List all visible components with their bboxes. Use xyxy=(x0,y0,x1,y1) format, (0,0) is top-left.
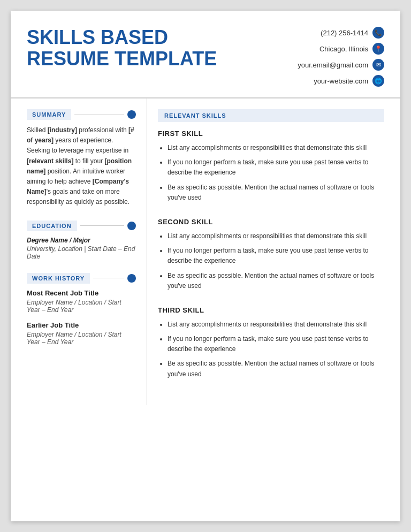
skill-0-bullet-0: List any accomplishments or responsibili… xyxy=(168,143,384,153)
summary-label: SUMMARY xyxy=(27,109,71,120)
skill-name-1: SECOND SKILL xyxy=(158,218,384,226)
skill-2-bullet-0: List any accomplishments or responsibili… xyxy=(168,320,384,330)
skill-group-0: FIRST SKILLList any accomplishments or r… xyxy=(158,130,384,203)
work-history-line xyxy=(93,278,124,278)
body: SUMMARY Skilled [industry] professional … xyxy=(11,98,400,405)
job-1-title: Most Recent Job Title xyxy=(27,289,136,297)
summary-text: Skilled [industry] professional with [# … xyxy=(27,125,136,208)
work-history-section: WORK HISTORY Most Recent Job Title Emplo… xyxy=(27,273,136,346)
skills-container: FIRST SKILLList any accomplishments or r… xyxy=(158,130,384,379)
summary-header: SUMMARY xyxy=(27,109,136,120)
skill-2-bullet-1: If you no longer perform a task, make su… xyxy=(168,334,384,354)
left-column: SUMMARY Skilled [industry] professional … xyxy=(11,98,147,405)
education-label: EDUCATION xyxy=(27,221,77,231)
work-history-header: WORK HISTORY xyxy=(27,273,136,284)
summary-section: SUMMARY Skilled [industry] professional … xyxy=(27,109,136,208)
skill-0-bullet-2: Be as specific as possible. Mention the … xyxy=(168,183,384,203)
skill-list-0: List any accomplishments or responsibili… xyxy=(158,143,384,203)
skill-1-bullet-2: Be as specific as possible. Mention the … xyxy=(168,271,384,291)
right-column: RELEVANT SKILLS FIRST SKILLList any acco… xyxy=(147,98,400,405)
header: SKILLS BASED RESUME TEMPLATE (212) 256-1… xyxy=(11,11,400,98)
job-2: Earlier Job Title Employer Name / Locati… xyxy=(27,321,136,346)
skill-group-1: SECOND SKILLList any accomplishments or … xyxy=(158,218,384,291)
work-history-dot xyxy=(127,274,136,283)
header-title: SKILLS BASED RESUME TEMPLATE xyxy=(27,27,217,69)
contact-location: Chicago, Illinois 📍 xyxy=(319,43,384,55)
edu-degree: Degree Name / Major xyxy=(27,237,136,244)
contact-email: your.email@gmail.com ✉ xyxy=(298,59,384,71)
relevant-skills-header: RELEVANT SKILLS xyxy=(158,109,384,122)
education-line xyxy=(80,225,124,226)
education-dot xyxy=(127,222,136,230)
resume-page: SKILLS BASED RESUME TEMPLATE (212) 256-1… xyxy=(11,11,400,521)
skill-2-bullet-2: Be as specific as possible. Mention the … xyxy=(168,359,384,379)
header-contact: (212) 256-1414 📞 Chicago, Illinois 📍 you… xyxy=(277,27,384,87)
edu-details: University, Location | Start Date – End … xyxy=(27,245,136,260)
job-2-details: Employer Name / Location / Start Year – … xyxy=(27,331,136,346)
email-text: your.email@gmail.com xyxy=(298,61,368,69)
location-text: Chicago, Illinois xyxy=(319,45,368,53)
skill-1-bullet-0: List any accomplishments or responsibili… xyxy=(168,231,384,241)
job-1: Most Recent Job Title Employer Name / Lo… xyxy=(27,289,136,314)
skill-group-2: THIRD SKILLList any accomplishments or r… xyxy=(158,306,384,379)
skill-list-2: List any accomplishments or responsibili… xyxy=(158,320,384,379)
phone-icon: 📞 xyxy=(372,27,384,39)
skill-0-bullet-1: If you no longer perform a task, make su… xyxy=(168,157,384,178)
skill-list-1: List any accomplishments or responsibili… xyxy=(158,231,384,291)
skill-1-bullet-1: If you no longer perform a task, make su… xyxy=(168,246,384,266)
summary-dot xyxy=(127,110,136,119)
job-2-title: Earlier Job Title xyxy=(27,321,136,329)
website-text: your-website.com xyxy=(314,77,368,85)
website-icon: 🌐 xyxy=(372,75,384,87)
job-1-details: Employer Name / Location / Start Year – … xyxy=(27,299,136,314)
education-section: EDUCATION Degree Name / Major University… xyxy=(27,221,136,260)
contact-website: your-website.com 🌐 xyxy=(314,75,384,87)
education-header: EDUCATION xyxy=(27,221,136,231)
skill-name-2: THIRD SKILL xyxy=(158,306,384,314)
location-icon: 📍 xyxy=(372,43,384,55)
resume-title: SKILLS BASED RESUME TEMPLATE xyxy=(27,27,217,69)
contact-phone: (212) 256-1414 📞 xyxy=(321,27,384,39)
summary-line xyxy=(74,115,124,115)
skill-name-0: FIRST SKILL xyxy=(158,130,384,138)
work-history-label: WORK HISTORY xyxy=(27,273,90,284)
email-icon: ✉ xyxy=(372,59,384,71)
phone-text: (212) 256-1414 xyxy=(321,29,368,37)
